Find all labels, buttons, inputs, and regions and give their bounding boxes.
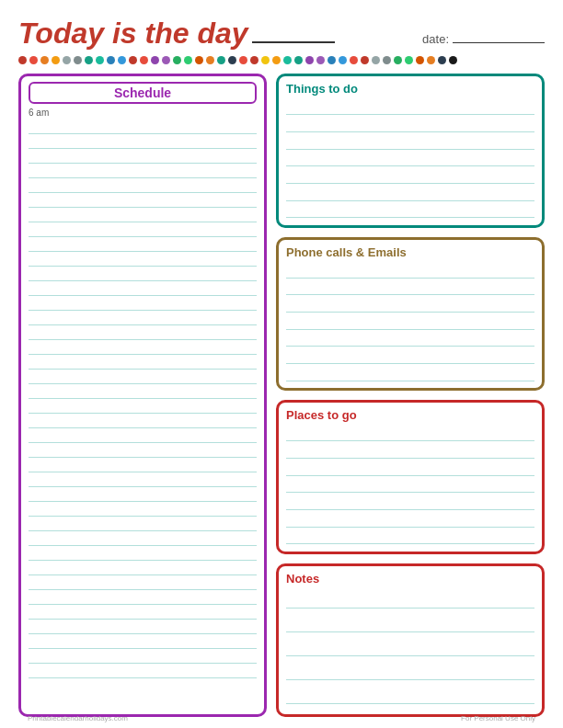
schedule-line — [29, 634, 257, 649]
schedule-line — [29, 208, 257, 222]
section-line — [286, 332, 534, 347]
dot — [272, 56, 281, 64]
schedule-line — [29, 340, 257, 355]
schedule-line — [29, 178, 257, 193]
schedule-line — [29, 296, 257, 311]
schedule-line — [29, 281, 257, 296]
schedule-line — [29, 546, 257, 561]
dot — [405, 56, 413, 64]
dot — [151, 56, 159, 64]
dot — [416, 56, 424, 64]
section-line — [286, 280, 534, 295]
page-title: Today is the day — [18, 17, 248, 51]
dot — [383, 56, 391, 64]
dot — [316, 56, 325, 64]
places-to-go-lines — [286, 426, 534, 546]
dot — [206, 56, 214, 64]
schedule-line — [29, 458, 257, 472]
section-line — [286, 315, 534, 330]
dot — [96, 56, 104, 64]
schedule-line — [29, 517, 257, 531]
dot — [449, 56, 457, 64]
time-start-label: 6 am — [29, 108, 257, 118]
section-line — [286, 367, 534, 381]
schedule-line — [29, 428, 257, 443]
section-line — [286, 135, 534, 150]
dot — [350, 56, 358, 64]
date-label: date: — [422, 32, 449, 46]
dot — [283, 56, 292, 64]
section-line — [286, 100, 534, 115]
schedule-line — [29, 325, 257, 340]
dot — [339, 56, 347, 64]
schedule-line — [29, 267, 257, 281]
phone-emails-title: Phone calls & Emails — [286, 245, 534, 259]
section-line — [286, 478, 534, 493]
notes-title: Notes — [286, 572, 534, 586]
footer-right: For Personal Use Only — [461, 714, 535, 722]
section-line — [286, 495, 534, 510]
date-line — [453, 42, 545, 43]
dot — [438, 56, 446, 64]
schedule-line — [29, 649, 257, 664]
schedule-line — [29, 164, 257, 178]
dot-row — [18, 56, 545, 64]
dot — [40, 56, 49, 64]
schedule-line — [29, 414, 257, 428]
dot — [129, 56, 137, 64]
dot — [294, 56, 303, 64]
dot — [74, 56, 82, 64]
section-line — [286, 152, 534, 166]
phone-emails-lines — [286, 263, 534, 383]
places-to-go-title: Places to go — [286, 408, 534, 422]
dot — [18, 56, 27, 64]
section-line — [286, 187, 534, 201]
dot — [29, 56, 38, 64]
dot — [162, 56, 170, 64]
schedule-lines — [29, 119, 257, 678]
schedule-line — [29, 384, 257, 399]
schedule-line — [29, 252, 257, 267]
schedule-line — [29, 399, 257, 414]
things-to-do-lines — [286, 99, 534, 220]
schedule-line — [29, 502, 257, 517]
section-line — [286, 118, 534, 132]
dot — [239, 56, 247, 64]
footer-left: Printablecalendarholidays.com — [28, 714, 128, 722]
phone-emails-box: Phone calls & Emails — [276, 237, 545, 392]
schedule-line — [29, 472, 257, 487]
section-line — [286, 298, 534, 313]
schedule-line — [29, 531, 257, 546]
schedule-line — [29, 590, 257, 605]
section-line — [286, 513, 534, 528]
things-to-do-title: Things to do — [286, 82, 534, 96]
section-line — [286, 427, 534, 441]
schedule-line — [29, 237, 257, 252]
schedule-line — [29, 311, 257, 325]
section-line — [286, 665, 534, 680]
schedule-line — [29, 193, 257, 208]
dot — [361, 56, 369, 64]
dot — [85, 56, 93, 64]
schedule-line — [29, 119, 257, 134]
section-line — [286, 264, 534, 279]
section-line — [286, 461, 534, 476]
places-to-go-box: Places to go — [276, 400, 545, 554]
title-underline — [252, 41, 335, 43]
right-column: Things to do Phone calls & Emails Places… — [276, 74, 545, 717]
dot — [305, 56, 314, 64]
main-layout: Schedule 6 am Things to do Phone calls &… — [18, 74, 545, 717]
section-line — [286, 529, 534, 544]
schedule-line — [29, 149, 257, 164]
notes-box: Notes — [276, 563, 545, 718]
section-line — [286, 444, 534, 459]
dot — [118, 56, 126, 64]
schedule-line — [29, 620, 257, 634]
schedule-box: Schedule 6 am — [18, 74, 267, 717]
schedule-line — [29, 134, 257, 149]
section-line — [286, 349, 534, 364]
dot — [327, 56, 336, 64]
schedule-line — [29, 355, 257, 370]
dot — [228, 56, 236, 64]
schedule-title: Schedule — [29, 82, 257, 104]
